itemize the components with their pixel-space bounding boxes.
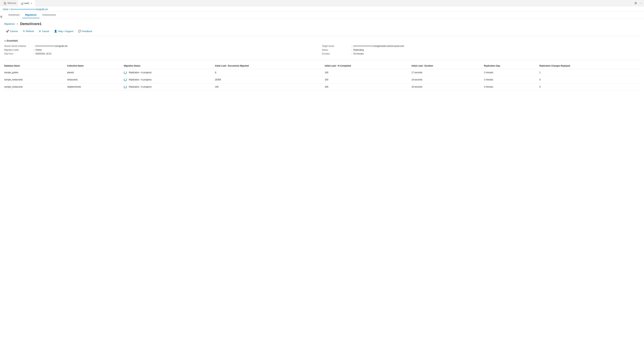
tab-dashboard[interactable]: Dashboard <box>6 12 22 18</box>
table-row: sample_restaurants restaurants Replicati… <box>4 76 640 83</box>
col-migration-status: Migration Status <box>124 63 215 69</box>
page-header: Migrations > DemoVcore1 <box>4 22 640 26</box>
cell-changes-replayed: 1 <box>540 69 640 76</box>
help-icon: 👤 <box>54 30 57 33</box>
start-time-value: 6/25/2024, 16:12 <box>36 53 51 55</box>
migration-mode-row: Migration mode : Online <box>4 48 322 52</box>
cell-changes-replayed: 0 <box>540 83 640 91</box>
cell-replication-gap: 2 minutes <box>484 69 540 76</box>
cell-duration: 18 seconds <box>412 83 484 91</box>
cell-pct-completed: 100 <box>325 83 412 91</box>
tab-close-icon[interactable]: ✕ <box>30 2 33 5</box>
target-server-sep: : <box>352 45 352 47</box>
page-title: DemoVcore1 <box>20 22 42 26</box>
tab-bar: 🏠 Welcome 📊 test2 ✕ ⊞ ··· <box>0 0 644 6</box>
breadcrumb-sep1: > <box>9 8 10 11</box>
start-time-label: Start time <box>4 53 32 55</box>
cell-docs-migrated: 25359 <box>215 76 325 83</box>
table-header: Database Name Collection Name Migration … <box>4 63 640 69</box>
target-server-value: s━━━━━━━━━━━━━━━.mongocluster.cosmos.azu… <box>354 45 404 47</box>
source-server-sep: : <box>34 45 34 47</box>
breadcrumb: Home > t━━━━━━━━━━━━━━━━━━━.mongodb.net <box>0 6 644 12</box>
status-label: Status <box>322 49 350 51</box>
col-replication-gap: Replication Gap <box>484 63 540 69</box>
cell-changes-replayed: 0 <box>540 76 640 83</box>
header-breadcrumb-sep: > <box>17 23 18 25</box>
split-editor-button[interactable]: ⊞ <box>634 1 638 6</box>
feedback-button[interactable]: 💬 Feedback <box>76 29 94 34</box>
essentials-header[interactable]: ▲ Essentials <box>4 39 640 42</box>
cell-pct-completed: 100 <box>325 76 412 83</box>
source-server-label: Source Server instance <box>4 45 32 47</box>
cell-duration: 17 seconds <box>412 69 484 76</box>
target-server-label: Target server <box>322 45 350 47</box>
feedback-label: Feedback <box>82 30 92 33</box>
cell-duration: 19 seconds <box>412 76 484 83</box>
status-sep: : <box>352 49 352 51</box>
status-text: Replication - In progress <box>129 79 152 81</box>
cell-pct-completed: 100 <box>325 69 412 76</box>
cell-docs-migrated: 8 <box>215 69 325 76</box>
cell-db-name: sample_restaurants <box>4 83 67 91</box>
duration-sep: : <box>352 53 352 55</box>
source-server-row: Source Server instance : t━━━━━━━━━━━━━━… <box>4 44 322 48</box>
status-row: Status : Replicating <box>322 48 640 52</box>
col-docs-migrated: Initial Load - Documents Migrated <box>215 63 325 69</box>
essentials-grid: Source Server instance : t━━━━━━━━━━━━━━… <box>4 44 640 56</box>
status-text: Replication - In progress <box>129 86 152 88</box>
cancel-label: Cancel <box>42 30 49 33</box>
cutover-button[interactable]: 🚀 Cutover <box>4 29 20 34</box>
source-server-value: t━━━━━━━━━━━━━━━.mongodb.net <box>36 45 67 47</box>
main-container: Home > t━━━━━━━━━━━━━━━━━━━.mongodb.net … <box>0 6 644 364</box>
cell-collection-name: neighborhoods <box>67 83 124 91</box>
col-pct-completed: Initial Load - % Completed <box>325 63 412 69</box>
cancel-button[interactable]: ⊘ Cancel <box>37 29 51 34</box>
migrations-breadcrumb-link[interactable]: Migrations <box>4 23 15 25</box>
test2-icon: 📊 <box>20 2 24 5</box>
table-body: sample_guides planets Replication - In p… <box>4 69 640 91</box>
col-duration: Initial Load - Duration <box>412 63 484 69</box>
status-cell: Replication - In progress <box>124 78 213 81</box>
more-options-button[interactable]: ··· <box>639 1 642 6</box>
duration-row: Duration : 19 minutes <box>322 52 640 56</box>
status-cell: Replication - In progress <box>124 71 213 74</box>
cell-db-name: sample_guides <box>4 69 67 76</box>
tab-welcome[interactable]: 🏠 Welcome <box>2 0 18 6</box>
breadcrumb-home[interactable]: Home <box>3 8 8 11</box>
refresh-button[interactable]: ↻ Refresh <box>21 29 36 34</box>
feedback-icon: 💬 <box>78 30 81 33</box>
migration-mode-value: Online <box>36 49 42 51</box>
cell-collection-name: restaurants <box>67 76 124 83</box>
migration-mode-label: Migration mode <box>4 49 32 51</box>
essentials-title: Essentials <box>7 39 18 42</box>
refresh-label: Refresh <box>26 30 34 33</box>
content-area: Migrations > DemoVcore1 🚀 Cutover ↻ Refr… <box>0 18 644 94</box>
table-row: sample_guides planets Replication - In p… <box>4 69 640 76</box>
migrations-table: Database Name Collection Name Migration … <box>4 63 640 91</box>
col-collection-name: Collection Name <box>67 63 124 69</box>
table-row: sample_restaurants neighborhoods Replica… <box>4 83 640 91</box>
cell-db-name: sample_restaurants <box>4 76 67 83</box>
tab-test2[interactable]: 📊 test2 ✕ <box>18 0 35 6</box>
collapse-icon: ▲ <box>4 40 6 42</box>
status-spinner-icon <box>124 86 127 88</box>
header-row: Database Name Collection Name Migration … <box>4 63 640 69</box>
tab-assessments[interactable]: Assessments <box>39 12 58 18</box>
tab-migrations[interactable]: Migrations <box>22 12 40 18</box>
essentials-left: Source Server instance : t━━━━━━━━━━━━━━… <box>4 44 322 56</box>
toolbar: 🚀 Cutover ↻ Refresh ⊘ Cancel 👤 Help + Su… <box>4 29 640 36</box>
cell-migration-status: Replication - In progress <box>124 76 215 83</box>
cell-collection-name: planets <box>67 69 124 76</box>
tab-welcome-label: Welcome <box>8 2 16 4</box>
sidebar-toggle[interactable]: ≫ <box>0 15 2 18</box>
duration-label: Duration <box>322 53 350 55</box>
status-text: Replication - In progress <box>129 71 152 74</box>
essentials-right: Target server : s━━━━━━━━━━━━━━━.mongocl… <box>322 44 640 56</box>
tab-bar-actions: ⊞ ··· <box>634 1 642 6</box>
refresh-icon: ↻ <box>23 30 25 33</box>
duration-value: 19 minutes <box>354 53 364 55</box>
welcome-icon: 🏠 <box>4 2 6 5</box>
status-value: Replicating <box>354 49 364 51</box>
help-support-button[interactable]: 👤 Help + Support <box>52 29 75 34</box>
start-time-row: Start time : 6/25/2024, 16:12 <box>4 52 322 56</box>
